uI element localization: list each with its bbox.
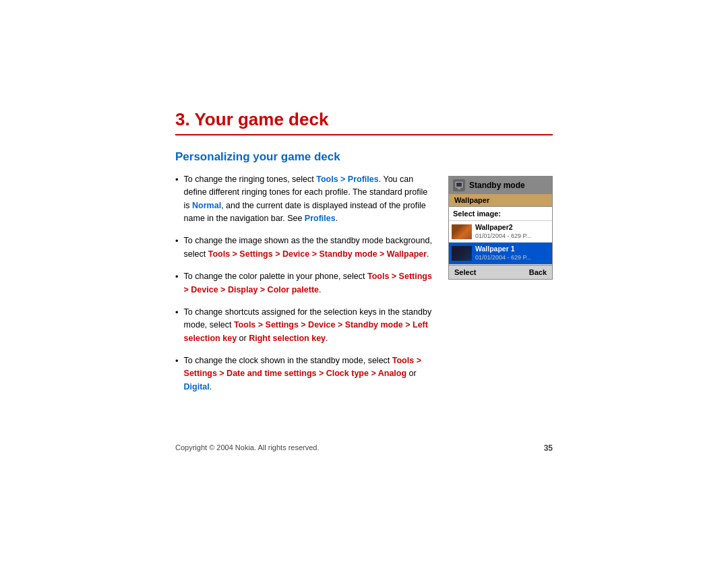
svg-rect-2: [458, 188, 460, 189]
phone-wallpaper-tab[interactable]: Wallpaper: [449, 194, 552, 207]
list-item: To change shortcuts assigned for the sel…: [175, 306, 435, 345]
phone-header-title: Standby mode: [469, 181, 525, 190]
link-profiles[interactable]: Profiles: [305, 214, 336, 223]
list-item: To change the color palette in your phon…: [175, 270, 435, 296]
wallpaper2-date: 01/01/2004 - 629 P...: [475, 232, 549, 241]
phone-widget: Standby mode Wallpaper Select image: Wal…: [448, 176, 553, 280]
phone-standby-icon: [453, 179, 465, 191]
page-number: 35: [544, 443, 553, 453]
link-standby-wallpaper[interactable]: Tools > Settings > Device > Standby mode…: [208, 249, 427, 259]
link-clock-digital[interactable]: Digital: [184, 382, 210, 392]
page-footer: Copyright © 2004 Nokia. All rights reser…: [175, 443, 553, 453]
phone-list-item-wp1[interactable]: Wallpaper 1 01/01/2004 - 629 P...: [449, 243, 552, 264]
phone-select-image-label: Select image:: [449, 207, 552, 221]
link-color-palette[interactable]: Tools > Settings > Device > Display > Co…: [184, 272, 432, 294]
bullet-text-1: To change the ringing tones, select Tool…: [184, 173, 435, 226]
wallpaper2-name: Wallpaper2: [475, 223, 549, 232]
bullet-text-4: To change shortcuts assigned for the sel…: [184, 306, 435, 345]
phone-item-info-wp1: Wallpaper 1 01/01/2004 - 629 P...: [475, 245, 549, 261]
text-content: To change the ringing tones, select Tool…: [175, 173, 435, 403]
chapter-divider: [175, 134, 553, 135]
link-tools-profiles[interactable]: Tools > Profiles: [316, 175, 379, 184]
wallpaper1-date: 01/01/2004 - 629 P...: [475, 254, 549, 262]
list-item: To change the image shown as the the sta…: [175, 235, 435, 261]
phone-list: Wallpaper2 01/01/2004 - 629 P... Wallpap…: [449, 221, 552, 265]
content-area: To change the ringing tones, select Tool…: [175, 173, 553, 403]
link-normal[interactable]: Normal: [192, 201, 221, 210]
bullet-text-3: To change the color palette in your phon…: [184, 270, 435, 296]
phone-list-item-wp2[interactable]: Wallpaper2 01/01/2004 - 629 P...: [449, 221, 552, 243]
copyright-text: Copyright © 2004 Nokia. All rights reser…: [175, 443, 320, 453]
link-clock-analog[interactable]: Tools > Settings > Date and time setting…: [184, 356, 421, 378]
phone-item-info-wp2: Wallpaper2 01/01/2004 - 629 P...: [475, 223, 549, 240]
phone-footer: Select Back: [449, 265, 552, 279]
phone-select-button[interactable]: Select: [454, 268, 476, 276]
svg-rect-1: [456, 183, 462, 187]
phone-back-button[interactable]: Back: [529, 268, 547, 276]
bullet-text-5: To change the clock shown in the standby…: [184, 354, 435, 394]
section-title: Personalizing your game deck: [175, 150, 553, 164]
chapter-title: 3. Your game deck: [175, 109, 553, 130]
list-item: To change the ringing tones, select Tool…: [175, 173, 435, 226]
page: 3. Your game deck Personalizing your gam…: [135, 82, 593, 480]
bullet-text-2: To change the image shown as the the sta…: [184, 235, 435, 261]
wallpaper2-thumbnail: [452, 224, 472, 239]
wallpaper1-thumbnail: [452, 246, 472, 261]
link-right-selection-key[interactable]: Right selection key: [249, 334, 326, 343]
phone-header: Standby mode: [449, 177, 552, 194]
wallpaper1-name: Wallpaper 1: [475, 245, 549, 254]
list-item: To change the clock shown in the standby…: [175, 354, 435, 394]
bullet-list: To change the ringing tones, select Tool…: [175, 173, 435, 394]
